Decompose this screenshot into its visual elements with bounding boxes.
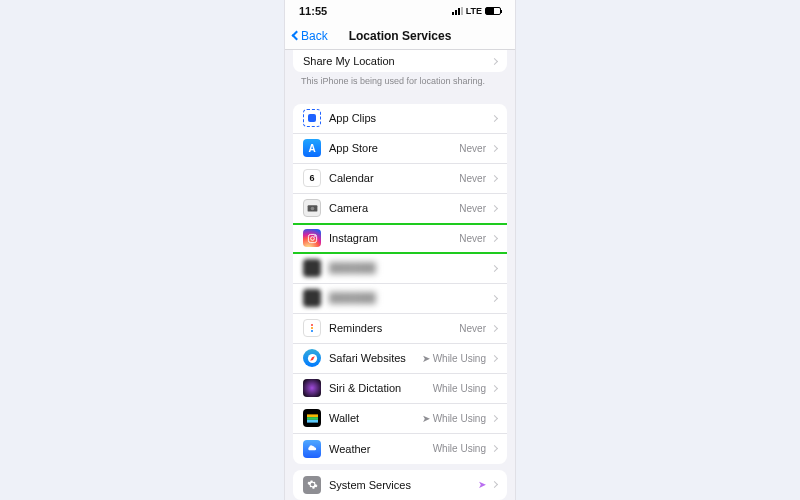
chevron-right-icon <box>491 355 498 362</box>
app-status: ➤While Using <box>422 413 486 424</box>
calendar-icon: 6 <box>303 169 321 187</box>
chevron-right-icon <box>491 415 498 422</box>
unknown-icon <box>303 289 321 307</box>
apps-group: App ClipsAApp StoreNever6CalendarNeverCa… <box>293 104 507 464</box>
app-row-camera[interactable]: CameraNever <box>293 194 507 224</box>
network-label: LTE <box>466 6 482 16</box>
system-services-label: System Services <box>329 479 478 491</box>
share-my-location-label: Share My Location <box>303 55 395 67</box>
wallet-icon <box>303 409 321 427</box>
chevron-right-icon <box>491 385 498 392</box>
chevron-right-icon <box>491 325 498 332</box>
siri-icon <box>303 379 321 397</box>
app-status: Never <box>459 233 486 244</box>
status-right: LTE <box>452 6 501 16</box>
chevron-right-icon <box>491 445 498 452</box>
svg-point-1 <box>310 207 314 211</box>
app-label: Instagram <box>329 232 459 244</box>
chevron-right-icon <box>491 115 498 122</box>
unknown-icon <box>303 259 321 277</box>
chevron-left-icon <box>292 31 302 41</box>
camera-icon <box>303 199 321 217</box>
appclips-icon <box>303 109 321 127</box>
app-status: Never <box>459 323 486 334</box>
system-services-status: ➤ <box>478 479 486 490</box>
app-status: Never <box>459 143 486 154</box>
appstore-icon: A <box>303 139 321 157</box>
app-row-siri-dictation[interactable]: Siri & DictationWhile Using <box>293 374 507 404</box>
app-status: ➤While Using <box>422 353 486 364</box>
reminders-icon <box>303 319 321 337</box>
app-status: While Using <box>433 443 486 454</box>
gear-icon <box>303 476 321 494</box>
chevron-right-icon <box>491 265 498 272</box>
app-row-instagram[interactable]: InstagramNever <box>293 224 507 254</box>
share-location-note: This iPhone is being used for location s… <box>285 72 515 98</box>
app-label: Siri & Dictation <box>329 382 433 394</box>
app-label: Safari Websites <box>329 352 422 364</box>
app-row--[interactable]: ██████ <box>293 284 507 314</box>
app-status: Never <box>459 203 486 214</box>
system-services-row[interactable]: System Services ➤ <box>293 470 507 500</box>
app-row-app-store[interactable]: AApp StoreNever <box>293 134 507 164</box>
app-row-weather[interactable]: WeatherWhile Using <box>293 434 507 464</box>
app-label: Wallet <box>329 412 422 424</box>
app-row-reminders[interactable]: RemindersNever <box>293 314 507 344</box>
chevron-right-icon <box>491 481 498 488</box>
app-label: ██████ <box>329 262 486 274</box>
location-arrow-icon: ➤ <box>422 353 430 364</box>
app-row-app-clips[interactable]: App Clips <box>293 104 507 134</box>
system-group: System Services ➤ <box>293 470 507 500</box>
chevron-right-icon <box>491 145 498 152</box>
battery-icon <box>485 7 501 15</box>
app-label: ██████ <box>329 292 486 304</box>
app-label: Reminders <box>329 322 459 334</box>
app-label: Weather <box>329 443 433 455</box>
chevron-right-icon <box>491 295 498 302</box>
chevron-right-icon <box>491 57 498 64</box>
app-label: Calendar <box>329 172 459 184</box>
chevron-right-icon <box>491 175 498 182</box>
location-arrow-icon: ➤ <box>422 413 430 424</box>
safari-icon <box>303 349 321 367</box>
svg-rect-8 <box>307 420 318 423</box>
svg-point-3 <box>310 236 314 240</box>
settings-scroll[interactable]: Share My Location This iPhone is being u… <box>285 50 515 500</box>
location-arrow-icon: ➤ <box>478 479 486 490</box>
app-row-calendar[interactable]: 6CalendarNever <box>293 164 507 194</box>
weather-icon <box>303 440 321 458</box>
chevron-right-icon <box>491 205 498 212</box>
instagram-icon <box>303 229 321 247</box>
svg-rect-6 <box>307 414 318 417</box>
app-row--[interactable]: ██████ <box>293 254 507 284</box>
app-label: App Clips <box>329 112 486 124</box>
share-my-location-row[interactable]: Share My Location <box>293 50 507 72</box>
app-status: While Using <box>433 383 486 394</box>
svg-point-4 <box>314 235 315 236</box>
status-bar: 11:55 LTE <box>285 0 515 22</box>
app-row-wallet[interactable]: Wallet➤While Using <box>293 404 507 434</box>
phone-frame: 11:55 LTE Back Location Services Share M… <box>285 0 515 500</box>
nav-bar: Back Location Services <box>285 22 515 50</box>
svg-rect-7 <box>307 417 318 420</box>
status-time: 11:55 <box>299 5 327 17</box>
back-label: Back <box>301 29 328 43</box>
chevron-right-icon <box>491 235 498 242</box>
app-row-safari-websites[interactable]: Safari Websites➤While Using <box>293 344 507 374</box>
app-label: Camera <box>329 202 459 214</box>
app-status: Never <box>459 173 486 184</box>
signal-icon <box>452 7 463 15</box>
back-button[interactable]: Back <box>293 29 328 43</box>
app-label: App Store <box>329 142 459 154</box>
